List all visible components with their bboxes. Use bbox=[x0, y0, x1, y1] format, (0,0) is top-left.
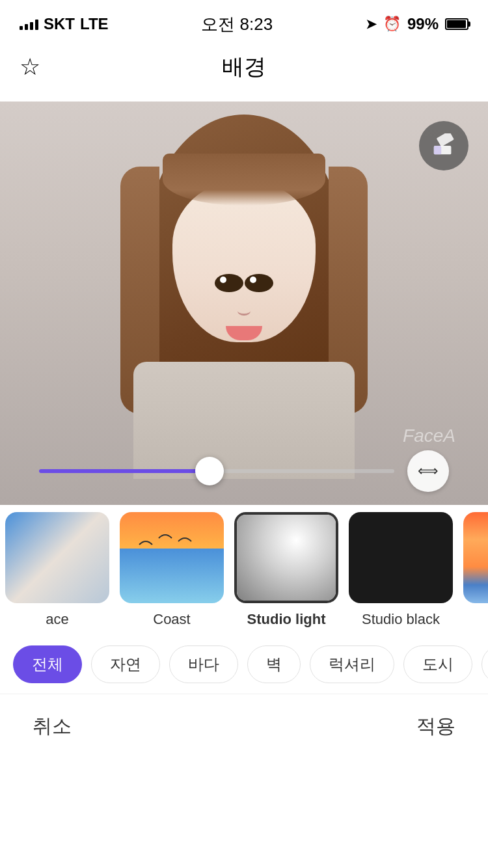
status-right: ➤ ⏰ 99% bbox=[366, 15, 468, 33]
cat-tab-luxury[interactable]: 럭셔리 bbox=[310, 645, 394, 683]
carrier-label: SKT bbox=[44, 15, 75, 33]
bg-thumb-coast bbox=[120, 512, 224, 603]
bottom-bar: 취소 적용 bbox=[0, 694, 488, 759]
slider-thumb[interactable] bbox=[195, 457, 224, 485]
network-label: LTE bbox=[80, 15, 109, 33]
preview-area: FaceA ⟺ bbox=[0, 102, 488, 505]
status-left: SKT LTE bbox=[20, 15, 109, 33]
time-label: 오전 8:23 bbox=[201, 13, 273, 36]
bg-label-studio-black: Studio black bbox=[362, 611, 440, 628]
bg-label-place: ace bbox=[46, 611, 68, 628]
cat-tab-sunlight[interactable]: 햇빛 bbox=[481, 645, 488, 683]
page-title: 배경 bbox=[222, 52, 266, 82]
slider-container: ⟺ bbox=[0, 450, 488, 492]
bg-thumb-studio-light bbox=[234, 512, 338, 603]
location-icon: ➤ bbox=[366, 16, 377, 32]
battery-icon bbox=[445, 18, 468, 30]
cat-tab-wall[interactable]: 벽 bbox=[247, 645, 301, 683]
alarm-icon: ⏰ bbox=[383, 16, 401, 33]
bg-thumb-studio-black bbox=[349, 512, 453, 603]
watermark: FaceA bbox=[403, 426, 455, 446]
slider-track[interactable] bbox=[39, 469, 394, 473]
bg-label-studio-light: Studio light bbox=[247, 611, 326, 628]
bg-thumb-place bbox=[5, 512, 109, 603]
cat-tab-city[interactable]: 도시 bbox=[403, 645, 472, 683]
signal-icon bbox=[20, 18, 38, 30]
expand-button[interactable]: ⟺ bbox=[407, 450, 449, 492]
svg-rect-1 bbox=[434, 146, 441, 154]
cat-tab-sea[interactable]: 바다 bbox=[169, 645, 238, 683]
bg-thumb-wa bbox=[463, 512, 488, 603]
eye-right bbox=[245, 274, 273, 292]
cancel-button[interactable]: 취소 bbox=[33, 713, 72, 740]
bg-option-wa[interactable]: Wa bbox=[458, 512, 488, 628]
mouth bbox=[226, 326, 262, 340]
background-options: ace Coast Studio light Studio black bbox=[0, 505, 488, 635]
slider-fill bbox=[39, 469, 210, 473]
battery-percent: 99% bbox=[407, 15, 439, 33]
cat-tab-nature[interactable]: 자연 bbox=[91, 645, 160, 683]
category-tabs: 전체 자연 바다 벽 럭셔리 도시 햇빛 bbox=[0, 635, 488, 694]
bg-option-place[interactable]: ace bbox=[0, 512, 115, 628]
eraser-icon bbox=[431, 133, 456, 158]
apply-button[interactable]: 적용 bbox=[416, 713, 455, 740]
face-figure bbox=[133, 115, 355, 479]
expand-icon: ⟺ bbox=[418, 463, 439, 480]
bg-option-studio-light[interactable]: Studio light bbox=[229, 512, 344, 628]
preview-image: FaceA ⟺ bbox=[0, 102, 488, 505]
bg-label-coast: Coast bbox=[153, 611, 190, 628]
star-button[interactable]: ☆ bbox=[20, 53, 40, 81]
eraser-button[interactable] bbox=[419, 121, 468, 170]
bg-option-studio-black[interactable]: Studio black bbox=[344, 512, 458, 628]
cat-tab-all[interactable]: 전체 bbox=[13, 645, 82, 683]
bg-option-coast[interactable]: Coast bbox=[115, 512, 229, 628]
bangs bbox=[163, 154, 325, 206]
eye-left bbox=[215, 274, 243, 292]
svg-rect-2 bbox=[437, 133, 454, 147]
status-bar: SKT LTE 오전 8:23 ➤ ⏰ 99% bbox=[0, 0, 488, 39]
nose bbox=[237, 306, 251, 316]
header: ☆ 배경 bbox=[0, 39, 488, 95]
